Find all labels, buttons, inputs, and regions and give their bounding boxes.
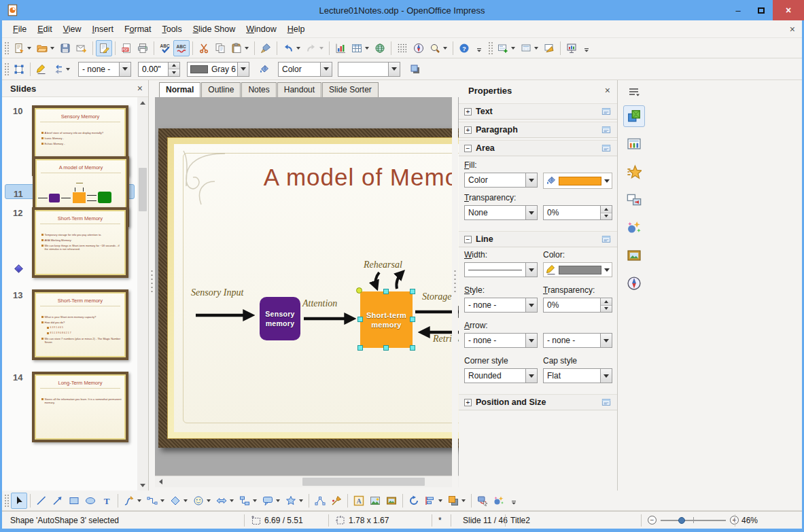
line-dialog-button[interactable] — [33, 61, 50, 77]
props-transparency-value[interactable]: 0% — [543, 205, 612, 220]
dropdown-arrow-icon[interactable] — [230, 499, 234, 502]
slide-layout-button[interactable] — [518, 40, 541, 56]
draw-more-button[interactable] — [507, 493, 521, 509]
export-pdf-button[interactable]: PDF — [118, 40, 135, 56]
dropdown-arrow-icon[interactable] — [511, 47, 515, 50]
draw-line-button[interactable] — [33, 493, 50, 509]
slide-thumbnail-13[interactable]: 13Short-Term memoryWhat is your Short-te… — [5, 286, 135, 363]
hyperlink-button[interactable] — [372, 40, 388, 56]
dropdown-arrow-icon[interactable] — [443, 47, 447, 50]
more-button[interactable] — [472, 40, 486, 56]
dropdown-arrow-icon[interactable] — [137, 499, 141, 502]
sidebar-tab-navigator[interactable] — [623, 272, 645, 294]
selection-handle[interactable] — [410, 289, 415, 294]
dialog-launcher-icon[interactable] — [601, 125, 612, 135]
selection-handle[interactable] — [410, 345, 415, 351]
print-button[interactable] — [135, 40, 151, 56]
arrow-style-button[interactable] — [50, 61, 73, 77]
table-button[interactable] — [349, 40, 372, 56]
selection-handle[interactable] — [357, 345, 363, 351]
slide-thumbnail-14[interactable]: 14Long-Term MemoryStores all the informa… — [5, 368, 135, 446]
dropdown-arrow-icon[interactable] — [365, 47, 369, 50]
selection-handle[interactable] — [356, 287, 362, 294]
draw-callouts-button[interactable] — [260, 493, 283, 509]
zoom-button[interactable] — [427, 40, 450, 56]
paste-button[interactable] — [228, 40, 251, 56]
slide-thumbnail-12[interactable]: 12Short-Term MemoryTemporary storage for… — [5, 204, 135, 281]
draw-animation-effects-button[interactable] — [491, 493, 507, 509]
tab-notes[interactable]: Notes — [241, 82, 276, 97]
selection-handle[interactable] — [383, 289, 389, 294]
tab-handout[interactable]: Handout — [277, 82, 321, 97]
dropdown-arrow-icon[interactable] — [299, 499, 303, 502]
help-button[interactable]: ? — [456, 40, 472, 56]
props-arrow-end-select[interactable]: - none - — [543, 333, 612, 348]
zoom-out-icon[interactable]: − — [648, 516, 657, 525]
more-button[interactable] — [580, 40, 593, 56]
sidebar-tab-master-pages[interactable] — [623, 133, 645, 155]
dialog-launcher-icon[interactable] — [601, 397, 612, 407]
dialog-launcher-icon[interactable] — [601, 143, 612, 153]
fill-type-select[interactable]: Color — [278, 62, 332, 77]
sidebar-tab-custom-animation[interactable] — [623, 161, 645, 183]
draw-from-file-button[interactable] — [367, 493, 383, 509]
close-button[interactable]: × — [773, 0, 804, 20]
scroll-up-icon[interactable] — [137, 97, 148, 108]
props-line-transparency-value[interactable]: 0% — [543, 298, 612, 313]
section-text[interactable]: +Text — [459, 103, 617, 120]
menu-view[interactable]: View — [58, 22, 87, 37]
props-fill-type-select[interactable]: Color — [464, 173, 538, 188]
auto-spellcheck-button[interactable]: ABC — [173, 40, 190, 56]
cut-button[interactable] — [196, 40, 212, 56]
draw-gallery-button[interactable] — [383, 493, 400, 509]
menu-format[interactable]: Format — [119, 22, 157, 37]
label-attention[interactable]: Attention — [302, 298, 337, 309]
save-button[interactable] — [57, 40, 73, 56]
props-corner-style-select[interactable]: Rounded — [464, 368, 538, 383]
dropdown-arrow-icon[interactable] — [160, 499, 164, 502]
menu-window[interactable]: Window — [241, 22, 281, 37]
zoom-slider[interactable]: − + — [648, 512, 739, 529]
panel-splitter[interactable] — [149, 80, 155, 491]
slides-panel-close-icon[interactable]: × — [137, 83, 143, 94]
tab-outline[interactable]: Outline — [201, 82, 241, 97]
slide-thumbnail-11[interactable]: 11A model of Memory — [5, 184, 135, 199]
document-close-icon[interactable]: × — [790, 24, 795, 35]
draw-basic-shapes-button[interactable] — [167, 493, 190, 509]
chart-button[interactable] — [332, 40, 349, 56]
dropdown-arrow-icon[interactable] — [276, 499, 280, 502]
draw-curve-button[interactable] — [121, 493, 144, 509]
props-arrow-start-select[interactable]: - none - — [464, 333, 538, 348]
dialog-launcher-icon[interactable] — [601, 234, 612, 244]
section-area[interactable]: −Area — [459, 140, 617, 156]
section-position-size[interactable]: +Position and Size — [459, 394, 617, 410]
area-dialog-button[interactable] — [256, 61, 273, 77]
dropdown-arrow-icon[interactable] — [296, 47, 300, 50]
menu-insert[interactable]: Insert — [87, 22, 119, 37]
draw-rotate-button[interactable] — [406, 493, 422, 509]
draw-ellipse-button[interactable] — [82, 493, 99, 509]
shape-short-term-memory[interactable]: Short-term memory — [360, 291, 413, 348]
draw-arrange-button[interactable] — [445, 493, 468, 509]
label-rehearsal[interactable]: Rehearsal — [364, 260, 402, 270]
draw-symbol-shapes-button[interactable] — [190, 493, 213, 509]
menu-edit[interactable]: Edit — [32, 22, 58, 37]
props-cap-style-select[interactable]: Flat — [543, 368, 612, 383]
scroll-left-icon[interactable] — [155, 476, 166, 487]
draw-text-button[interactable]: T — [99, 493, 115, 509]
new-button[interactable] — [11, 40, 34, 56]
shadow-button[interactable] — [407, 61, 423, 77]
position-size-button[interactable] — [11, 61, 27, 77]
tab-normal[interactable]: Normal — [159, 82, 200, 97]
props-line-width-select[interactable] — [464, 262, 538, 277]
menu-help[interactable]: Help — [282, 22, 311, 37]
sidebar-splitter[interactable] — [452, 80, 458, 491]
maximize-button[interactable] — [750, 0, 773, 20]
slides-panel-scrollbar[interactable] — [137, 97, 148, 491]
sidebar-tab-slide-transition[interactable] — [623, 189, 645, 211]
draw-arrow-button[interactable] — [50, 493, 66, 509]
section-line[interactable]: −Line — [459, 231, 617, 247]
selection-handle[interactable] — [410, 317, 415, 322]
selection-handle[interactable] — [357, 317, 363, 322]
draw-flowchart-button[interactable] — [237, 493, 260, 509]
